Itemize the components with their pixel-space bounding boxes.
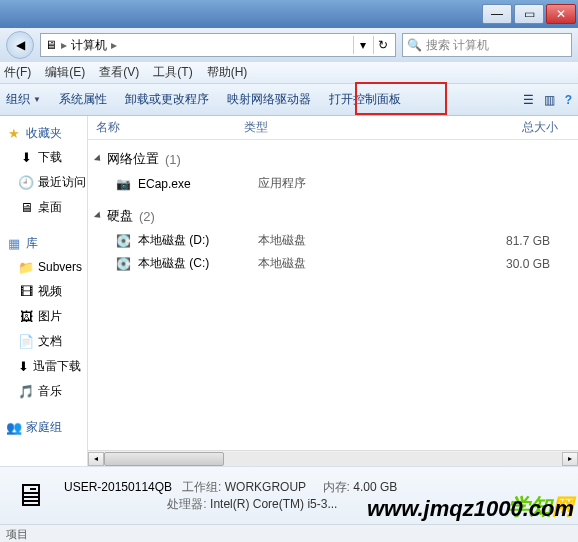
sidebar-item-label: 下载 [38, 149, 62, 166]
memory-value: 4.00 GB [353, 480, 397, 494]
workgroup-label: 工作组: [182, 480, 221, 494]
sidebar-item-label: 文档 [38, 333, 62, 350]
item-type: 应用程序 [258, 175, 438, 192]
chevron-down-icon: ▾ [360, 38, 366, 52]
address-dropdown-button[interactable]: ▾ [353, 36, 371, 54]
group-header[interactable]: 网络位置 (1) [96, 146, 570, 172]
thunder-icon: ⬇ [18, 359, 29, 375]
sidebar-item[interactable]: 🖼图片 [4, 304, 83, 329]
map-network-drive-button[interactable]: 映射网络驱动器 [227, 91, 311, 108]
download-icon: ⬇ [18, 150, 34, 166]
scroll-right-button[interactable]: ▸ [562, 452, 578, 466]
search-placeholder: 搜索 计算机 [426, 37, 489, 54]
list-item[interactable]: 💽本地磁盘 (C:)本地磁盘30.0 GB [96, 252, 570, 275]
open-control-panel-button[interactable]: 打开控制面板 [329, 91, 401, 108]
item-size: 30.0 GB [438, 257, 570, 271]
sidebar-item[interactable]: ⬇下载 [4, 145, 83, 170]
expand-icon [94, 154, 103, 163]
scroll-thumb[interactable] [104, 452, 224, 466]
folder-icon: 📁 [18, 259, 34, 275]
system-properties-button[interactable]: 系统属性 [59, 91, 107, 108]
back-icon: ◀ [16, 38, 25, 52]
column-headers: 名称 类型 总大小 [88, 116, 578, 140]
item-name: ECap.exe [138, 177, 258, 191]
sidebar-item-label: 迅雷下载 [33, 358, 81, 375]
sidebar-favorites[interactable]: ★收藏夹 [4, 122, 83, 145]
scroll-track[interactable] [104, 452, 562, 466]
menu-help[interactable]: 帮助(H) [207, 64, 248, 81]
menu-file[interactable]: 件(F) [4, 64, 31, 81]
homegroup-icon: 👥 [6, 420, 22, 436]
sidebar-item[interactable]: 📁Subvers [4, 255, 83, 279]
breadcrumb[interactable]: 🖥 ▸ 计算机 ▸ ▾ ↻ [40, 33, 396, 57]
navigation-pane: ★收藏夹 ⬇下载🕘最近访问🖥桌面 ▦库 📁Subvers🎞视频🖼图片📄文档⬇迅雷… [0, 116, 88, 466]
music-icon: 🎵 [18, 384, 34, 400]
computer-icon: 🖥 [45, 38, 57, 52]
list-item[interactable]: 💽本地磁盘 (D:)本地磁盘81.7 GB [96, 229, 570, 252]
view-mode-button[interactable]: ☰ [523, 93, 534, 107]
sidebar-item-label: 桌面 [38, 199, 62, 216]
sidebar-item[interactable]: 🖥桌面 [4, 195, 83, 220]
maximize-button[interactable]: ▭ [514, 4, 544, 24]
organize-button[interactable]: 组织▼ [6, 91, 41, 108]
scroll-left-button[interactable]: ◂ [88, 452, 104, 466]
column-type[interactable]: 类型 [244, 119, 424, 136]
menu-bar: 件(F) 编辑(E) 查看(V) 工具(T) 帮助(H) [0, 62, 578, 84]
horizontal-scrollbar[interactable]: ◂ ▸ [88, 450, 578, 466]
uninstall-programs-button[interactable]: 卸载或更改程序 [125, 91, 209, 108]
group-count: (1) [165, 152, 181, 167]
column-name[interactable]: 名称 [96, 119, 244, 136]
refresh-icon: ↻ [378, 38, 388, 52]
status-text: 项目 [6, 528, 28, 540]
preview-pane-button[interactable]: ▥ [544, 93, 555, 107]
file-list-pane: 名称 类型 总大小 网络位置 (1)📷ECap.exe应用程序硬盘 (2)💽本地… [88, 116, 578, 466]
menu-tools[interactable]: 工具(T) [153, 64, 192, 81]
breadcrumb-computer[interactable]: 计算机 [71, 37, 107, 54]
group-header[interactable]: 硬盘 (2) [96, 203, 570, 229]
drive-icon: 💽 [114, 256, 132, 272]
sidebar-homegroup[interactable]: 👥家庭组 [4, 416, 83, 439]
pictures-icon: 🖼 [18, 309, 34, 325]
help-button[interactable]: ? [565, 93, 572, 107]
details-pane: 🖥 USER-20150114QB 工作组: WORKGROUP 内存: 4.0… [0, 466, 578, 524]
chevron-down-icon: ▼ [33, 95, 41, 104]
sidebar-item[interactable]: 🎞视频 [4, 279, 83, 304]
sidebar-item[interactable]: 📄文档 [4, 329, 83, 354]
item-type: 本地磁盘 [258, 232, 438, 249]
item-name: 本地磁盘 (C:) [138, 255, 258, 272]
sidebar-item[interactable]: 🕘最近访问 [4, 170, 83, 195]
close-button[interactable]: ✕ [546, 4, 576, 24]
menu-view[interactable]: 查看(V) [99, 64, 139, 81]
expand-icon [94, 211, 103, 220]
nav-back-button[interactable]: ◀ [6, 31, 34, 59]
sidebar-item[interactable]: 🎵音乐 [4, 379, 83, 404]
window-titlebar: — ▭ ✕ [0, 0, 578, 28]
group-title: 硬盘 [107, 207, 133, 225]
cpu-label: 处理器: [167, 497, 206, 511]
sidebar-item-label: Subvers [38, 260, 82, 274]
sidebar-item-label: 音乐 [38, 383, 62, 400]
group-title: 网络位置 [107, 150, 159, 168]
drive-icon: 💽 [114, 233, 132, 249]
address-bar: ◀ 🖥 ▸ 计算机 ▸ ▾ ↻ 🔍 搜索 计算机 [0, 28, 578, 62]
column-size[interactable]: 总大小 [424, 119, 578, 136]
app-icon: 📷 [114, 176, 132, 192]
sidebar-item[interactable]: ⬇迅雷下载 [4, 354, 83, 379]
search-input[interactable]: 🔍 搜索 计算机 [402, 33, 572, 57]
toolbar: 组织▼ 系统属性 卸载或更改程序 映射网络驱动器 打开控制面板 ☰ ▥ ? [0, 84, 578, 116]
breadcrumb-sep: ▸ [107, 38, 121, 52]
sidebar-item-label: 图片 [38, 308, 62, 325]
item-type: 本地磁盘 [258, 255, 438, 272]
sidebar-libraries[interactable]: ▦库 [4, 232, 83, 255]
breadcrumb-sep: ▸ [57, 38, 71, 52]
menu-edit[interactable]: 编辑(E) [45, 64, 85, 81]
minimize-button[interactable]: — [482, 4, 512, 24]
refresh-button[interactable]: ↻ [373, 36, 391, 54]
list-item[interactable]: 📷ECap.exe应用程序 [96, 172, 570, 195]
computer-name: USER-20150114QB [64, 480, 172, 494]
cpu-value: Intel(R) Core(TM) i5-3... [210, 497, 337, 511]
desktop-icon: 🖥 [18, 200, 34, 216]
item-name: 本地磁盘 (D:) [138, 232, 258, 249]
documents-icon: 📄 [18, 334, 34, 350]
video-icon: 🎞 [18, 284, 34, 300]
